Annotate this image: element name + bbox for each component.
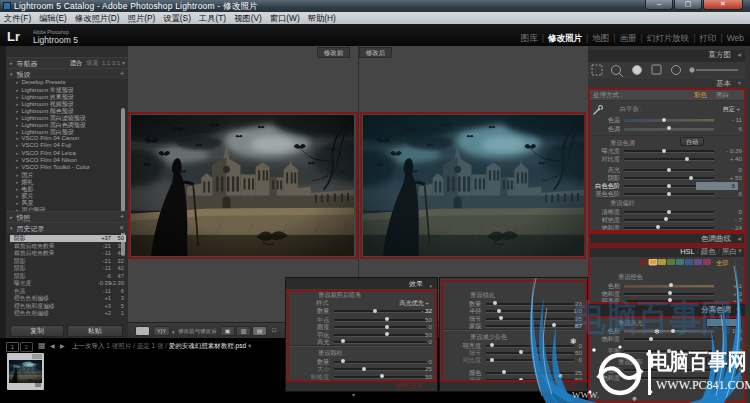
svg-text:❄: ❄: [570, 337, 577, 346]
svg-text:WWW.: WWW.: [572, 390, 599, 400]
svg-text:❄: ❄: [558, 373, 563, 379]
svg-text:❄: ❄: [632, 396, 637, 402]
svg-text:❄: ❄: [654, 328, 660, 335]
